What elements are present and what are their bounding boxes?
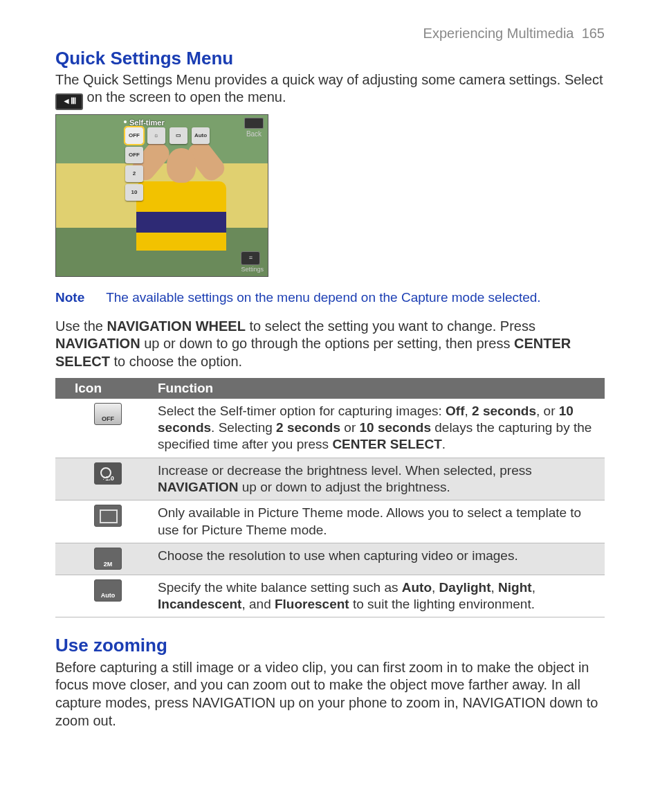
navigation-term: NAVIGATION <box>55 336 140 351</box>
settings-label: Settings <box>241 266 264 274</box>
overlay-side-column: OFF 2 10 <box>125 147 143 201</box>
function-table: Icon Function OFF Select the Self-timer … <box>55 378 605 618</box>
heading-quick-settings: Quick Settings Menu <box>55 47 605 70</box>
back-button-area: Back <box>244 118 264 139</box>
settings-button-area: ≡ Settings <box>241 251 264 274</box>
intro-text-a: The Quick Settings Menu provides a quick… <box>55 72 603 87</box>
note-label: Note <box>55 290 84 305</box>
cell-function: Select the Self-timer option for capturi… <box>151 399 605 458</box>
brightness-icon: ☼ <box>147 127 165 144</box>
self-timer-icon: OFF <box>94 403 122 425</box>
camera-screenshot: Self-timer OFF ☼ ▭ Auto OFF 2 10 Back ≡ … <box>55 114 268 277</box>
photo-background <box>136 181 226 251</box>
note-line: Note The available settings on the menu … <box>55 289 605 306</box>
instruction-paragraph: Use the NAVIGATION WHEEL to select the s… <box>55 318 605 371</box>
overlay-top-row: OFF ☼ ▭ Auto <box>125 127 210 144</box>
instr-a: Use the <box>55 318 107 334</box>
page-header: Experiencing Multimedia 165 <box>55 25 605 43</box>
instr-c: up or down to go through the options per… <box>140 336 514 351</box>
option-off-icon: OFF <box>125 147 143 163</box>
cell-function: Only available in Picture Theme mode. Al… <box>151 500 605 543</box>
brightness-icon: +1.0 <box>94 462 122 485</box>
cell-function: Choose the resolution to use when captur… <box>151 543 605 575</box>
nav-wheel-term: NAVIGATION WHEEL <box>107 318 245 334</box>
overlay-label: Self-timer <box>129 118 165 127</box>
back-label: Back <box>244 130 264 139</box>
white-balance-icon: Auto <box>94 579 122 602</box>
menu-toggle-icon: ◄Ⅲ <box>55 93 83 110</box>
table-row: +1.0 Increase or decrease the brightness… <box>55 458 605 500</box>
resolution-icon: 2M <box>94 548 122 570</box>
table-row: OFF Select the Self-timer option for cap… <box>55 399 605 458</box>
photo-background <box>167 148 196 183</box>
cell-function: Specify the white balance setting such a… <box>151 575 605 617</box>
section-title: Experiencing Multimedia <box>423 26 574 41</box>
template-icon <box>94 505 122 527</box>
table-row: Auto Specify the white balance setting s… <box>55 575 605 617</box>
heading-use-zooming: Use zooming <box>55 634 605 657</box>
bullet-icon <box>124 120 127 123</box>
intro-text-b: on the screen to open the menu. <box>87 89 286 105</box>
instr-b: to select the setting you want to change… <box>246 318 535 334</box>
zoom-paragraph: Before capturing a still image or a vide… <box>55 659 605 730</box>
intro-paragraph: The Quick Settings Menu provides a quick… <box>55 71 605 111</box>
table-row: Only available in Picture Theme mode. Al… <box>55 500 605 543</box>
col-icon: Icon <box>55 378 151 399</box>
option-10s-icon: 10 <box>125 184 143 201</box>
resolution-icon: ▭ <box>169 127 187 144</box>
cell-function: Increase or decrease the brightness leve… <box>151 458 605 500</box>
back-softkey-icon <box>244 118 264 129</box>
note-text: The available settings on the menu depen… <box>106 290 540 305</box>
self-timer-off-icon: OFF <box>125 127 143 144</box>
white-balance-icon: Auto <box>192 127 210 144</box>
settings-softkey-icon: ≡ <box>241 251 260 265</box>
col-function: Function <box>151 378 605 399</box>
option-2s-icon: 2 <box>125 165 143 182</box>
instr-d: to choose the option. <box>110 354 242 369</box>
page-number: 165 <box>582 26 605 41</box>
table-row: 2M Choose the resolution to use when cap… <box>55 543 605 575</box>
